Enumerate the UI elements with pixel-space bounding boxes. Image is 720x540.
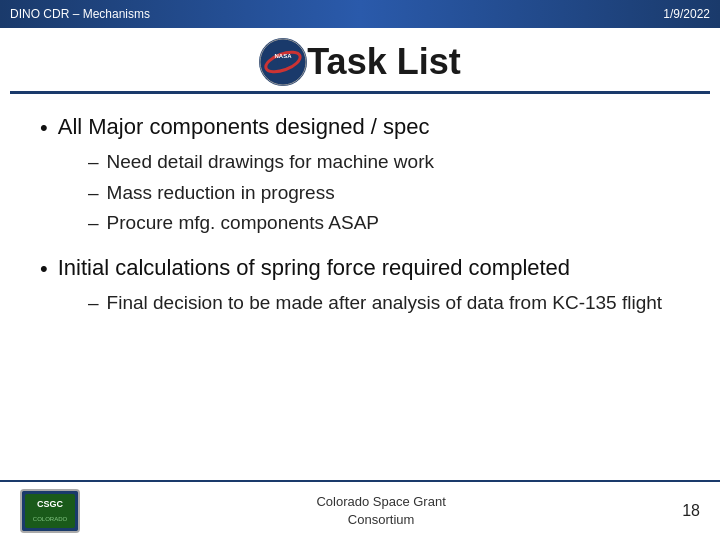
bullet-2-text: Initial calculations of spring force req… xyxy=(58,255,570,281)
header-right-text: 1/9/2022 xyxy=(663,7,710,21)
sub-item-1-3: – Procure mfg. components ASAP xyxy=(88,210,680,237)
bullet-section-1: • All Major components designed / spec –… xyxy=(40,114,680,237)
title-area: NASA Task List xyxy=(10,28,710,94)
footer: CSGC COLORADO Colorado Space Grant Conso… xyxy=(0,480,720,540)
svg-text:COLORADO: COLORADO xyxy=(33,516,68,522)
footer-center: Colorado Space Grant Consortium xyxy=(316,493,445,529)
footer-center-line1: Colorado Space Grant xyxy=(316,493,445,511)
bullet-section-2: • Initial calculations of spring force r… xyxy=(40,255,680,317)
sub-item-1-1-text: Need detail drawings for machine work xyxy=(107,149,434,176)
sub-item-1-3-text: Procure mfg. components ASAP xyxy=(107,210,379,237)
bullet-dot-1: • xyxy=(40,115,48,141)
footer-logo: CSGC COLORADO xyxy=(20,489,80,533)
nasa-logo: NASA xyxy=(259,38,307,86)
dash-1-2: – xyxy=(88,180,99,207)
sub-item-2-1-text: Final decision to be made after analysis… xyxy=(107,290,663,317)
main-content: • All Major components designed / spec –… xyxy=(0,94,720,344)
header-left-text: DINO CDR – Mechanisms xyxy=(10,7,150,21)
bullet-2-main: • Initial calculations of spring force r… xyxy=(40,255,680,282)
dash-1-1: – xyxy=(88,149,99,176)
svg-text:NASA: NASA xyxy=(275,53,293,59)
sub-item-1-2: – Mass reduction in progress xyxy=(88,180,680,207)
header-bar: DINO CDR – Mechanisms 1/9/2022 xyxy=(0,0,720,28)
dash-1-3: – xyxy=(88,210,99,237)
svg-text:CSGC: CSGC xyxy=(37,499,64,509)
dash-2-1: – xyxy=(88,290,99,317)
sub-item-1-1: – Need detail drawings for machine work xyxy=(88,149,680,176)
footer-page-number: 18 xyxy=(682,502,700,520)
bullet-dot-2: • xyxy=(40,256,48,282)
bullet-1-main: • All Major components designed / spec xyxy=(40,114,680,141)
bullet-2-subitems: – Final decision to be made after analys… xyxy=(88,290,680,317)
page-title: Task List xyxy=(307,41,460,83)
sub-item-2-1: – Final decision to be made after analys… xyxy=(88,290,680,317)
sub-item-1-2-text: Mass reduction in progress xyxy=(107,180,335,207)
bullet-1-subitems: – Need detail drawings for machine work … xyxy=(88,149,680,237)
footer-center-line2: Consortium xyxy=(316,511,445,529)
bullet-1-text: All Major components designed / spec xyxy=(58,114,430,140)
